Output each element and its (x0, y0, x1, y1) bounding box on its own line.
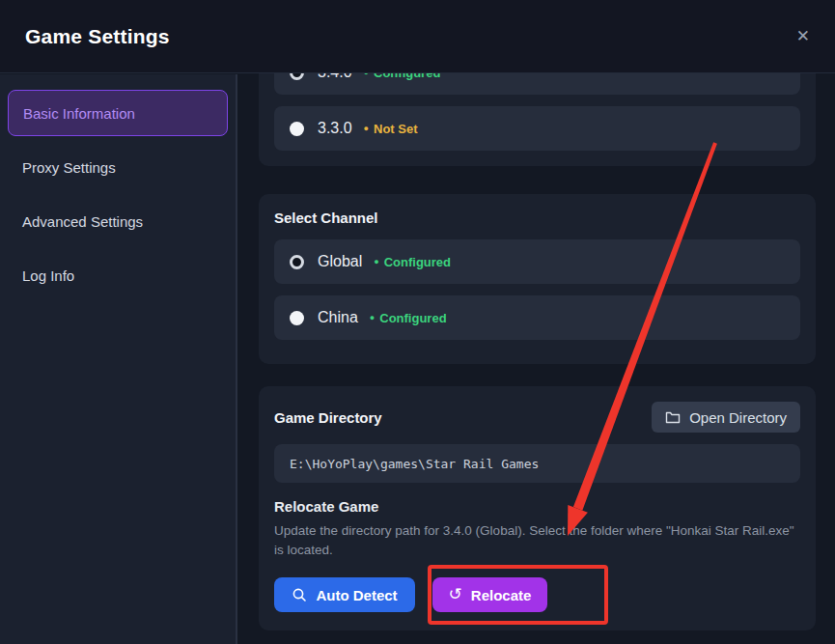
open-directory-button[interactable]: Open Directory (652, 402, 800, 433)
radio-selected-icon[interactable] (290, 255, 304, 269)
sidebar-item-advanced-settings[interactable]: Advanced Settings (8, 198, 228, 244)
version-option-3-3-0[interactable]: 3.3.0 ● Not Set (274, 106, 800, 151)
channel-option-china[interactable]: China ● Configured (274, 295, 800, 340)
dialog-header: Game Settings ✕ (0, 0, 835, 73)
status-badge: ● Configured (370, 311, 447, 325)
close-icon[interactable]: ✕ (796, 28, 810, 44)
status-text: Configured (384, 255, 451, 269)
status-text: Not Set (374, 122, 418, 136)
auto-detect-label: Auto Detect (316, 587, 397, 603)
channel-label: China (318, 309, 358, 326)
status-dot-icon: ● (364, 125, 369, 133)
status-text: Configured (379, 311, 446, 325)
game-path-value: E:\HoYoPlay\games\Star Rail Games (290, 457, 539, 471)
directory-section-title: Game Directory (274, 409, 382, 426)
search-icon (292, 587, 307, 602)
open-directory-label: Open Directory (689, 409, 787, 426)
relocate-label: Relocate (471, 587, 532, 603)
radio-unselected-icon[interactable] (290, 311, 304, 325)
sidebar-item-log-info[interactable]: Log Info (8, 252, 228, 298)
channel-section-title: Select Channel (274, 210, 800, 226)
channel-section-card: Select Channel Global ● Configured China… (259, 194, 816, 364)
version-label: 3.3.0 (318, 120, 352, 137)
channel-label: Global (318, 253, 362, 270)
status-dot-icon: ● (374, 258, 378, 266)
auto-detect-button[interactable]: Auto Detect (274, 577, 415, 612)
sidebar-item-label: Advanced Settings (22, 213, 143, 230)
status-dot-icon: ● (370, 314, 375, 322)
dialog-title: Game Settings (25, 25, 170, 48)
sidebar-item-proxy-settings[interactable]: Proxy Settings (8, 144, 228, 190)
game-path-field[interactable]: E:\HoYoPlay\games\Star Rail Games (274, 444, 800, 483)
relocate-button[interactable]: ↺ Relocate (432, 577, 547, 612)
relocate-icon: ↺ (449, 586, 462, 602)
directory-section-card: Game Directory Open Directory E:\HoYoPla… (259, 386, 816, 630)
status-badge: ● Not Set (364, 122, 418, 136)
settings-sidebar: Basic Information Proxy Settings Advance… (0, 74, 237, 644)
channel-option-global[interactable]: Global ● Configured (274, 239, 800, 284)
status-badge: ● Configured (374, 255, 451, 269)
sidebar-item-label: Basic Information (23, 105, 135, 122)
sidebar-item-label: Log Info (22, 267, 74, 284)
game-settings-dialog: 3.4.0 ● Configured 3.3.0 ● Not Set Selec… (0, 0, 835, 644)
relocate-description: Update the directory path for 3.4.0 (Glo… (274, 521, 800, 560)
radio-unselected-icon[interactable] (290, 122, 304, 136)
sidebar-item-basic-information[interactable]: Basic Information (8, 90, 228, 136)
relocate-game-title: Relocate Game (274, 498, 800, 515)
sidebar-item-label: Proxy Settings (22, 159, 116, 176)
folder-icon (665, 410, 681, 424)
